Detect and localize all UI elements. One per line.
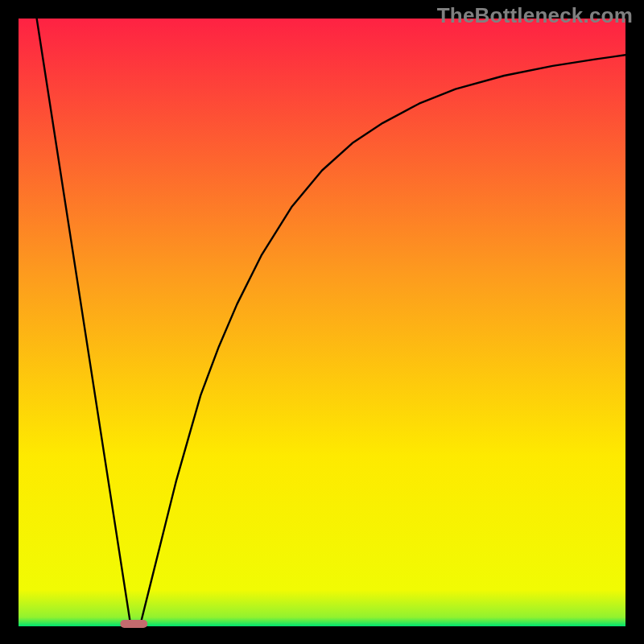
optimum-marker [120, 620, 147, 628]
watermark-text: TheBottleneck.com [437, 3, 633, 28]
bottleneck-chart [0, 0, 644, 644]
plot-area [19, 19, 625, 626]
